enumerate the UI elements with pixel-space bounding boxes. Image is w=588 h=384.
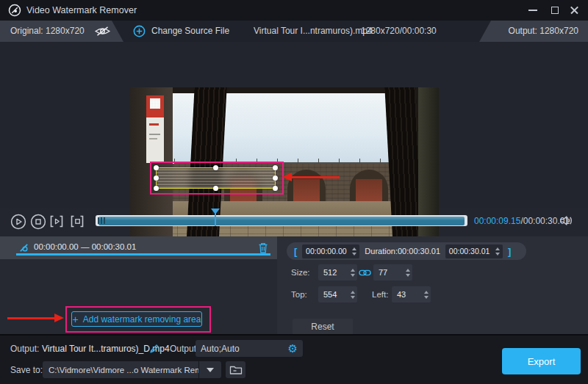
duration-label: Duration:00:00:30.01 <box>365 247 440 256</box>
save-path-dropdown[interactable]: C:\Vidmore\Vidmore ...o Watermark Remove… <box>43 361 221 378</box>
top-spinner[interactable] <box>348 288 357 301</box>
size-height-value[interactable]: 77 <box>373 268 403 277</box>
output-format-label: Output: <box>170 341 198 357</box>
scene-sign-text <box>149 134 160 135</box>
source-file-name: Virtual Tour I...ntramuros).mp4 <box>254 21 373 42</box>
preview-stage <box>0 42 588 208</box>
left-value[interactable]: 43 <box>392 290 421 299</box>
size-height-field[interactable]: 77 <box>373 264 412 280</box>
dropdown-button[interactable] <box>199 361 221 378</box>
settings-gear-icon[interactable]: ⚙ <box>288 343 298 354</box>
playhead-marker-icon[interactable] <box>211 209 220 214</box>
scene-sign-text <box>149 123 159 126</box>
close-icon <box>570 6 579 15</box>
size-width-spinner[interactable] <box>348 266 357 279</box>
spin-up-icon[interactable] <box>351 269 355 272</box>
size-width-value[interactable]: 512 <box>318 268 348 277</box>
spin-down-icon[interactable] <box>352 253 356 256</box>
size-label: Size: <box>291 264 310 280</box>
scene-qr-code <box>150 98 160 109</box>
properties-panel: [ 00:00:00.00 Duration:00:00:30.01 00:00… <box>277 236 588 334</box>
spin-up-icon[interactable] <box>406 269 410 272</box>
scene-arch <box>287 170 326 203</box>
spin-down-icon[interactable] <box>495 253 500 256</box>
stop-button[interactable] <box>30 214 46 229</box>
scene-sign <box>146 95 164 163</box>
frame-stop-button[interactable] <box>69 214 85 229</box>
time-display: 00:00:09.15/00:00:30.01 <box>474 216 570 226</box>
window-title: Video Watermark Remover <box>26 0 137 21</box>
minimize-icon <box>528 10 537 11</box>
spin-down-icon[interactable] <box>351 296 355 299</box>
spin-down-icon[interactable] <box>424 296 429 299</box>
volume-icon[interactable] <box>559 214 573 227</box>
scene-arch-brick <box>293 179 320 203</box>
spin-up-icon[interactable] <box>495 247 500 250</box>
end-time-field[interactable]: 00:00:30.01 <box>445 244 503 258</box>
annotation-arrow-head <box>282 173 292 181</box>
save-to-label: Save to: <box>10 362 43 378</box>
watermark-list-item[interactable]: 00:00:00.00 — 00:00:30.01 <box>0 236 277 259</box>
annotation-arrow <box>7 317 56 319</box>
output-format-value: Auto;Auto <box>201 344 288 354</box>
link-ratio-icon[interactable] <box>359 267 371 277</box>
folder-icon <box>229 365 243 375</box>
titlebar: Video Watermark Remover <box>0 0 588 21</box>
hide-preview-eye-icon[interactable] <box>94 26 111 37</box>
spin-down-icon[interactable] <box>406 274 410 277</box>
minimize-button[interactable] <box>523 3 542 18</box>
timeline-ticks <box>98 217 105 224</box>
watermark-list-panel: 00:00:00.00 — 00:00:30.01 + Add watermar… <box>0 236 277 334</box>
save-path-value: C:\Vidmore\Vidmore ...o Watermark Remove… <box>43 366 198 374</box>
range-end-bracket[interactable]: ] <box>508 246 511 257</box>
spin-up-icon[interactable] <box>352 247 356 250</box>
browse-folder-button[interactable] <box>226 361 245 378</box>
time-range-control: [ 00:00:00.00 Duration:00:00:30.01 00:00… <box>287 242 526 260</box>
maximize-button[interactable] <box>545 3 564 18</box>
add-source-plus-icon[interactable] <box>133 25 146 37</box>
left-field[interactable]: 43 <box>392 286 431 303</box>
current-time: 00:00:09.15 <box>474 216 520 226</box>
size-height-spinner[interactable] <box>403 266 412 279</box>
timeline-fill <box>98 217 465 225</box>
output-name-label: Output: <box>10 341 39 357</box>
end-time-value[interactable]: 00:00:30.01 <box>446 247 492 256</box>
delete-watermark-icon[interactable] <box>258 242 268 254</box>
change-source-file-button[interactable]: Change Source File <box>151 21 229 42</box>
frame-play-button[interactable] <box>49 214 65 229</box>
output-bar: Output: Virtual Tour It...tramuros)_D.mp… <box>0 334 588 384</box>
rename-pencil-icon[interactable] <box>149 344 159 354</box>
annotation-arrow <box>291 176 340 178</box>
left-label: Left: <box>372 286 388 303</box>
output-resolution-label: Output: 1280x720 <box>509 21 578 42</box>
left-spinner[interactable] <box>421 288 431 301</box>
spin-down-icon[interactable] <box>351 274 355 277</box>
top-label: Top: <box>291 286 307 303</box>
watermark-range-bar <box>16 253 270 256</box>
top-value[interactable]: 554 <box>318 290 348 299</box>
close-button[interactable] <box>564 3 584 18</box>
app-logo-icon <box>8 4 21 17</box>
source-file-meta: 1280x720/00:00:30 <box>361 21 437 42</box>
annotation-arrow-head <box>54 314 64 322</box>
reset-button[interactable]: Reset <box>293 319 353 335</box>
start-time-spinner[interactable] <box>349 244 359 258</box>
app-window: Video Watermark Remover Original: 1280x7… <box>0 0 588 384</box>
spin-up-icon[interactable] <box>424 291 429 294</box>
watermark-item-icon <box>18 242 29 253</box>
spin-up-icon[interactable] <box>351 291 355 294</box>
export-button[interactable]: Export <box>502 348 581 374</box>
annotation-highlight-box <box>150 162 284 195</box>
scene-arch <box>350 170 388 203</box>
original-resolution-label: Original: 1280x720 <box>10 21 85 42</box>
size-width-field[interactable]: 512 <box>318 264 357 280</box>
scene-sign-text <box>149 138 157 140</box>
timeline-slider[interactable] <box>96 215 467 226</box>
play-button[interactable] <box>10 214 26 229</box>
start-time-value[interactable]: 00:00:00.00 <box>303 247 349 256</box>
range-start-bracket[interactable]: [ <box>294 246 297 257</box>
end-time-spinner[interactable] <box>492 244 502 258</box>
start-time-field[interactable]: 00:00:00.00 <box>302 244 359 258</box>
output-format-field[interactable]: Auto;Auto ⚙ <box>196 340 303 357</box>
top-field[interactable]: 554 <box>318 286 357 303</box>
